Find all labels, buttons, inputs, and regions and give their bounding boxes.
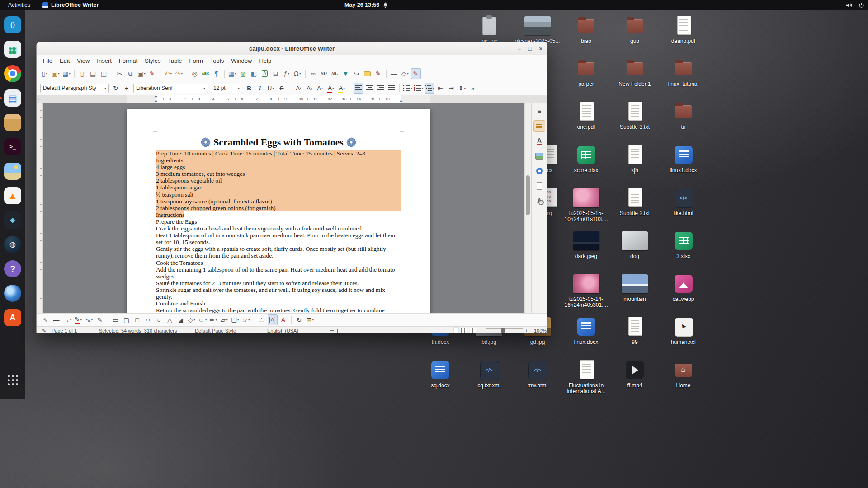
dock-item-libreoffice-writer[interactable]: ▤ — [4, 89, 21, 107]
find-replace-button[interactable]: ◎ — [190, 68, 200, 79]
insert-textbox-button[interactable]: A — [260, 68, 270, 79]
print-button[interactable]: ▤ — [88, 68, 98, 79]
circle-tool[interactable]: ○ — [154, 314, 164, 325]
maximize-button[interactable]: □ — [528, 45, 532, 52]
scrollbar-thumb[interactable] — [526, 175, 530, 215]
dock-item-ubuntu-software[interactable]: A — [4, 309, 21, 326]
undo-button[interactable]: ↶▾ — [163, 68, 173, 79]
formatting-marks-button[interactable]: ¶ — [212, 68, 222, 79]
first-line-indent-marker[interactable] — [154, 96, 158, 98]
desktop-icon[interactable]: tu — [661, 101, 706, 130]
menu-item[interactable]: Window — [227, 56, 255, 65]
bold-button[interactable]: B — [244, 83, 254, 94]
ellipse-tool[interactable]: ○ — [143, 314, 153, 325]
outline-list-button[interactable]: ▾ — [425, 83, 434, 94]
align-objects-tool[interactable]: ⊞▾ — [305, 314, 315, 325]
menu-item[interactable]: Styles — [141, 56, 164, 65]
clone-formatting-button[interactable]: ✎ — [147, 68, 157, 79]
desktop-icon[interactable]: one.pdf — [564, 101, 609, 130]
system-status-area[interactable] — [846, 2, 864, 8]
dock-item-vscode[interactable]: ⟨⟩ — [4, 16, 21, 33]
desktop-icon[interactable]: 3.xlsx — [661, 230, 706, 259]
desktop-icon[interactable]: tu2025-05-14-16h24m40s301.... — [564, 273, 609, 308]
callouts-dropdown[interactable]: ❏▾ — [230, 314, 240, 325]
page-style-label[interactable]: Default Page Style — [195, 328, 236, 333]
rectangle-tool[interactable]: ▭ — [111, 314, 121, 325]
desktop-icon[interactable]: dark.jpeg — [564, 230, 609, 259]
superscript-button[interactable]: A² — [293, 83, 303, 94]
dock-item-libreoffice-calc[interactable]: ▦ — [4, 41, 21, 58]
clear-formatting-button[interactable]: A× — [315, 83, 325, 94]
page-count-label[interactable]: Page 1 of 1 — [52, 328, 77, 333]
track-changes-button[interactable]: ✎ — [373, 68, 383, 79]
menu-item[interactable]: Insert — [93, 56, 115, 65]
insert-table-button[interactable]: ▦▾ — [227, 68, 237, 79]
symbol-shapes-dropdown[interactable]: ☺▾ — [198, 314, 208, 325]
desktop-icon[interactable]: mountain — [612, 273, 657, 302]
basic-shapes-button[interactable]: ◇▾ — [400, 68, 410, 79]
dock-item-terminal[interactable]: >_ — [4, 138, 21, 155]
clock-menu[interactable]: May 26 13:56 — [344, 2, 388, 8]
align-left-button[interactable] — [354, 83, 363, 94]
desktop-icon[interactable]: ff.mp4 — [612, 359, 657, 389]
sidebar-tab-style-inspector[interactable]: A — [533, 195, 545, 206]
zoom-level-label[interactable]: 100% — [534, 328, 547, 333]
highlight-color-button[interactable]: A▾ — [337, 83, 347, 94]
desktop-icon[interactable]: New Folder 1 — [612, 58, 657, 87]
close-button[interactable]: × — [539, 45, 542, 52]
sidebar-tab-gallery[interactable] — [533, 150, 545, 162]
sidebar-tab-styles[interactable]: A — [533, 135, 545, 147]
copy-button[interactable]: ⧉ — [126, 68, 136, 79]
dock-item-web-browser[interactable] — [4, 285, 21, 302]
special-character-button[interactable]: Ω▾ — [292, 68, 302, 79]
dock-item-vlc[interactable]: ▲ — [4, 187, 21, 204]
desktop-icon[interactable]: vlcsnap-2025-05... — [515, 15, 560, 44]
menu-item[interactable]: View — [73, 56, 93, 65]
isosceles-triangle-tool[interactable]: △ — [165, 314, 175, 325]
endnote-button[interactable]: AB₁ — [330, 68, 340, 79]
redo-button[interactable]: ↷▾ — [174, 68, 184, 79]
desktop-icon[interactable]: tu2025-05-15-10h24m01s103.... — [564, 187, 609, 222]
zoom-slider[interactable] — [486, 328, 523, 329]
desktop-icon[interactable]: cat.webp — [661, 273, 706, 302]
menu-item[interactable]: Form — [185, 56, 206, 65]
vertical-scrollbar[interactable] — [524, 103, 531, 313]
sidebar-settings-button[interactable]: ≡ — [533, 105, 545, 117]
cross-reference-button[interactable]: ↪ — [352, 68, 362, 79]
bullet-list-button[interactable]: ▾ — [403, 83, 413, 94]
dock-item-help[interactable]: ? — [4, 260, 21, 277]
new-document-button[interactable]: ▯▾ — [40, 68, 50, 79]
desktop-icon[interactable]: deano.pdf — [661, 15, 706, 44]
selection-mode-icon[interactable]: ▭ — [330, 328, 334, 333]
desktop-icon[interactable]: kjh — [612, 144, 657, 174]
insert-textbox-tool[interactable]: A — [268, 314, 278, 325]
rotate-tool[interactable]: ↻ — [294, 314, 304, 325]
numbered-list-button[interactable]: ▾ — [414, 83, 424, 94]
stars-banners-dropdown[interactable]: ☆▾ — [241, 314, 251, 325]
edit-mode-icon[interactable]: ✎ — [42, 328, 46, 333]
bookmark-button[interactable]: ▼ — [341, 68, 351, 79]
zoom-in-button[interactable]: + — [525, 328, 528, 333]
desktop-icon[interactable]: pic_pic — [467, 15, 512, 44]
footnote-button[interactable]: AB¹ — [319, 68, 329, 79]
page-break-button[interactable]: ⊟ — [271, 68, 281, 79]
curves-polygons-tool[interactable]: ∿▾ — [84, 314, 94, 325]
sidebar-tab-properties[interactable] — [533, 120, 545, 132]
menu-item[interactable]: Edit — [56, 56, 73, 65]
desktop-icon[interactable]: Fluctuations in International A... — [564, 359, 609, 394]
font-color-button[interactable]: A▾ — [326, 83, 336, 94]
menu-item[interactable]: Format — [115, 56, 141, 65]
tab-stop-selector[interactable]: ⌐ — [38, 96, 41, 101]
cut-button[interactable]: ✂ — [115, 68, 125, 79]
desktop-icon[interactable]: human.xcf — [661, 316, 706, 345]
font-name-select[interactable]: Liberation Serif ▾ — [133, 84, 208, 93]
desktop-icon[interactable]: linux.docx — [564, 316, 609, 345]
desktop-icon[interactable]: sq.docx — [418, 359, 463, 389]
align-justify-button[interactable] — [386, 83, 396, 94]
menu-item[interactable]: Help — [255, 56, 275, 65]
subscript-button[interactable]: A₂ — [304, 83, 314, 94]
desktop-icon[interactable]: Home — [661, 359, 706, 389]
desktop-icon[interactable]: score.xlsx — [564, 144, 609, 174]
fontwork-tool[interactable]: A — [278, 314, 288, 325]
print-preview-button[interactable]: ◫ — [99, 68, 109, 79]
